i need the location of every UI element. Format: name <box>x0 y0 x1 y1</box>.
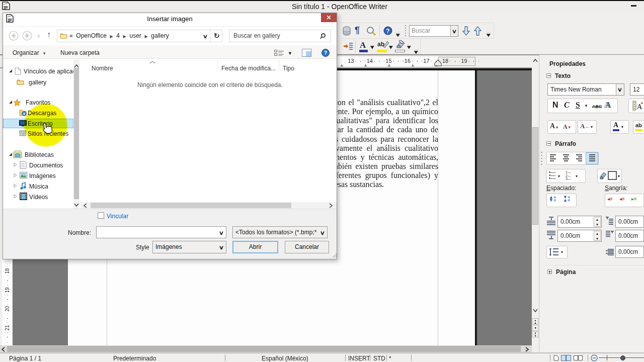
svg-text:A: A <box>637 103 642 111</box>
svg-text:?: ? <box>324 50 328 56</box>
svg-text:?: ? <box>386 28 389 35</box>
